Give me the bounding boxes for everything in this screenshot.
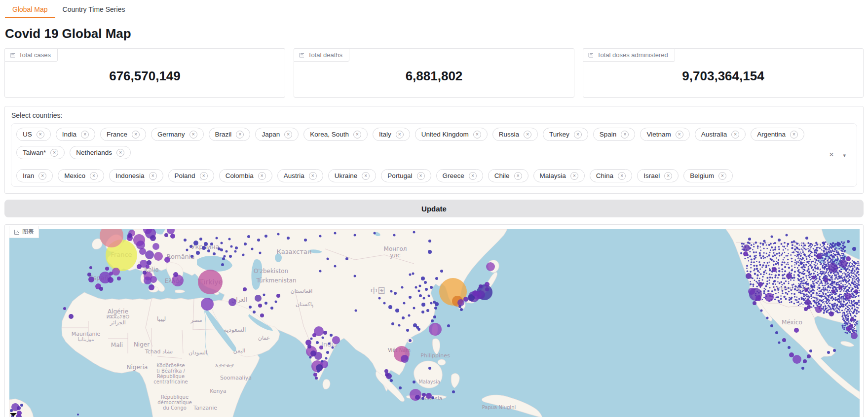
chip-remove-icon[interactable]: × [258, 172, 266, 180]
map-bubble [435, 277, 438, 280]
map-place-label: افغانستان [291, 288, 313, 294]
map-bubble [850, 317, 854, 321]
country-chip[interactable]: Australia× [695, 128, 746, 141]
map-bubble [213, 252, 216, 255]
map-bubble [793, 355, 801, 364]
map-bubble [452, 390, 455, 393]
map-bubble [117, 277, 121, 280]
country-chip[interactable]: Japan× [255, 128, 299, 141]
country-chip[interactable]: Argentina× [751, 128, 804, 141]
country-multiselect[interactable]: US×India×France×Germany×Brazil×Japan×Kor… [11, 123, 857, 187]
country-chip[interactable]: United Kingdom× [415, 128, 488, 141]
country-chip[interactable]: Vietnam× [640, 128, 689, 141]
chip-remove-icon[interactable]: × [514, 172, 522, 180]
country-chip[interactable]: Germany× [151, 128, 204, 141]
map-bubble [310, 338, 313, 340]
map-bubble [428, 250, 432, 254]
map-bubble [778, 342, 781, 344]
map-bubble [401, 355, 409, 363]
country-chip[interactable]: France× [100, 128, 146, 141]
chip-remove-icon[interactable]: × [309, 172, 317, 180]
country-chip[interactable]: Belgium× [683, 169, 733, 182]
chip-remove-icon[interactable]: × [570, 172, 578, 180]
country-chip[interactable]: Portugal× [381, 169, 431, 182]
chip-remove-icon[interactable]: × [132, 131, 140, 139]
map-bubble [393, 234, 396, 237]
chip-remove-icon[interactable]: × [189, 131, 197, 139]
tab-global-map[interactable]: Global Map [5, 1, 55, 18]
map-bubble [258, 304, 262, 308]
chip-remove-icon[interactable]: × [149, 172, 157, 180]
chip-remove-icon[interactable]: × [38, 172, 46, 180]
chip-remove-icon[interactable]: × [353, 131, 361, 139]
country-chip[interactable]: Chile× [488, 169, 528, 182]
chip-remove-icon[interactable]: × [731, 131, 739, 139]
map-bubble [431, 319, 434, 322]
tab-country-time-series[interactable]: Country Time Series [55, 1, 133, 18]
map-bubble [109, 272, 113, 276]
chip-remove-icon[interactable]: × [473, 131, 481, 139]
chip-remove-icon[interactable]: × [790, 131, 798, 139]
map-bubble [805, 299, 811, 305]
chip-remove-icon[interactable]: × [37, 131, 44, 139]
country-chip[interactable]: US× [16, 128, 51, 141]
country-chip[interactable]: Malaysia× [533, 169, 585, 182]
chip-remove-icon[interactable]: × [618, 172, 626, 180]
country-chip[interactable]: China× [590, 169, 632, 182]
country-chip[interactable]: Ukraine× [328, 169, 377, 182]
map-bubble [319, 270, 322, 273]
country-chip[interactable]: Turkey× [543, 128, 588, 141]
country-chip[interactable]: Taiwan*× [16, 146, 65, 159]
country-chip[interactable]: Korea, South× [303, 128, 368, 141]
chip-remove-icon[interactable]: × [396, 131, 404, 139]
country-chip[interactable]: India× [56, 128, 95, 141]
map-place-label: Tchad تشاد [145, 348, 173, 355]
chip-remove-icon[interactable]: × [81, 131, 89, 139]
country-chip[interactable]: Greece× [436, 169, 483, 182]
map-bubble [164, 257, 170, 263]
chip-remove-icon[interactable]: × [718, 172, 726, 180]
country-chip[interactable]: Colombia× [219, 169, 272, 182]
chip-remove-icon[interactable]: × [90, 172, 98, 180]
chip-remove-icon[interactable]: × [200, 172, 208, 180]
map-bubble [460, 308, 463, 311]
map-bubble [426, 393, 432, 399]
metric-card-total-cases: Total cases 676,570,149 [4, 48, 285, 98]
country-chip[interactable]: Russia× [492, 128, 538, 141]
country-chip[interactable]: Austria× [277, 169, 323, 182]
chip-remove-icon[interactable]: × [362, 172, 370, 180]
country-chip[interactable]: Spain× [593, 128, 636, 141]
chip-remove-icon[interactable]: × [236, 131, 244, 139]
map-bubble [472, 290, 478, 296]
chip-remove-icon[interactable]: × [469, 172, 477, 180]
chip-remove-icon[interactable]: × [524, 131, 531, 139]
chip-remove-icon[interactable]: × [664, 172, 672, 180]
country-chip[interactable]: Israel× [637, 169, 679, 182]
chip-remove-icon[interactable]: × [676, 131, 683, 139]
overflow-caret[interactable] [10, 413, 17, 417]
chip-remove-icon[interactable]: × [621, 131, 629, 139]
country-chip-label: US [23, 131, 32, 138]
chip-remove-icon[interactable]: × [50, 149, 58, 157]
map-bubble [398, 324, 401, 327]
clear-all-icon[interactable]: × [829, 150, 834, 160]
map-bubble [428, 240, 431, 243]
map-bubble [743, 244, 750, 251]
country-chip[interactable]: Italy× [373, 128, 410, 141]
chart-tab[interactable]: 图表 [9, 226, 39, 238]
update-button[interactable]: Update [4, 200, 864, 217]
chevron-down-icon[interactable]: ▾ [843, 152, 846, 158]
chip-remove-icon[interactable]: × [574, 131, 582, 139]
chip-remove-icon[interactable]: × [417, 172, 425, 180]
metric-label: Total deaths [294, 48, 349, 62]
chip-remove-icon[interactable]: × [284, 131, 292, 139]
country-chip[interactable]: Poland× [168, 169, 214, 182]
world-map[interactable]: FranceEspañaItaliaRomâniaУкраинаTürkiyeΕ… [9, 229, 860, 417]
list-lines-icon [9, 52, 16, 58]
chip-remove-icon[interactable]: × [116, 149, 124, 157]
country-chip[interactable]: Mexico× [58, 169, 104, 182]
country-chip[interactable]: Indonesia× [109, 169, 163, 182]
country-chip[interactable]: Brazil× [209, 128, 251, 141]
country-chip[interactable]: Iran× [16, 169, 53, 182]
country-chip[interactable]: Netherlands× [70, 146, 131, 159]
